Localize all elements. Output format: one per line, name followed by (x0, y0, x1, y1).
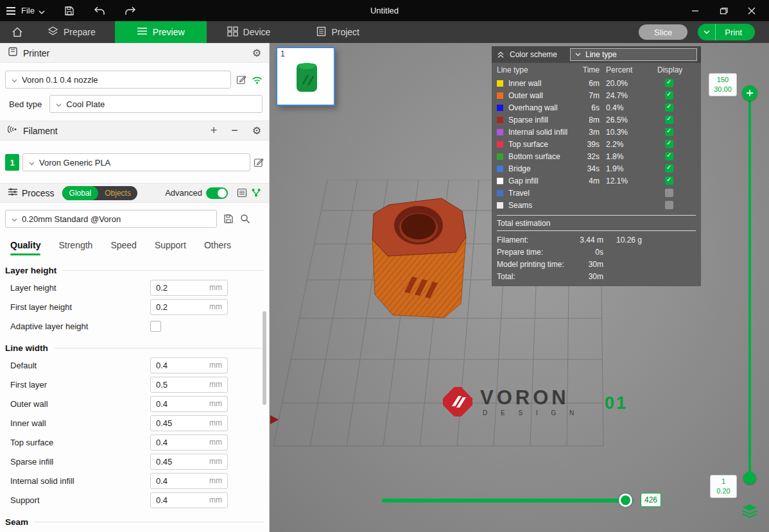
display-checkbox[interactable] (665, 116, 673, 124)
line-type-time: 6s (580, 103, 600, 112)
support-line-width-input[interactable] (151, 495, 201, 505)
display-checkbox[interactable] (665, 91, 673, 99)
filament-preset-select[interactable]: Voron Generic PLA (22, 153, 250, 171)
tab-preview-label: Preview (153, 27, 185, 37)
search-settings-icon[interactable] (240, 214, 250, 224)
printer-settings-gear-icon[interactable]: ⚙ (252, 48, 261, 58)
line-type-swatch (497, 117, 503, 123)
filament-slot-badge[interactable]: 1 (5, 154, 19, 171)
advanced-toggle-switch[interactable] (206, 187, 228, 199)
remove-filament-icon[interactable]: − (231, 124, 238, 137)
display-checkbox[interactable] (665, 176, 673, 185)
param-label: Default (10, 361, 37, 370)
tab-others[interactable]: Others (204, 240, 231, 255)
undo-icon[interactable] (94, 6, 105, 15)
line-type-percent: 2.2% (600, 140, 644, 149)
process-preset-select[interactable]: 0.20mm Standard @Voron (5, 210, 217, 228)
display-checkbox[interactable] (665, 189, 673, 197)
tab-project[interactable]: Project (310, 21, 366, 43)
top-surface-line-width-field[interactable]: mm (150, 434, 228, 450)
outer-wall-line-width-input[interactable] (151, 399, 201, 409)
color-scheme-select[interactable]: Line type (570, 48, 697, 61)
inner-wall-line-width-field[interactable]: mm (150, 415, 228, 431)
printer-preset-select[interactable]: Voron 0.1 0.4 nozzle (5, 71, 231, 89)
first-layer-height-input[interactable] (151, 302, 201, 312)
first-layer-height-field[interactable]: mm (150, 299, 228, 315)
redo-icon[interactable] (125, 6, 136, 15)
internal-solid-infill-line-width-input[interactable] (151, 476, 201, 486)
print-dropdown-chevron-icon[interactable] (698, 24, 716, 40)
support-line-width-field[interactable]: mm (150, 492, 228, 508)
tab-device[interactable]: Device (221, 21, 277, 43)
tab-support[interactable]: Support (155, 240, 186, 255)
tab-preview[interactable]: Preview (115, 21, 207, 43)
global-toggle-option[interactable]: Global (62, 186, 99, 200)
chevron-down-icon (12, 214, 17, 224)
objects-toggle-option[interactable]: Objects (98, 189, 137, 198)
display-checkbox[interactable] (665, 79, 673, 87)
minimize-button[interactable] (686, 3, 705, 19)
inner-wall-line-width-input[interactable] (151, 418, 201, 428)
maximize-button[interactable] (714, 3, 733, 19)
layer-slider-bottom-handle[interactable] (743, 472, 756, 485)
display-checkbox[interactable] (665, 152, 673, 160)
internal-solid-infill-line-width-field[interactable]: mm (150, 473, 228, 489)
slice-button[interactable]: Slice (639, 24, 687, 40)
save-icon[interactable] (64, 6, 74, 16)
plate-thumbnail[interactable]: 1 (276, 47, 335, 106)
file-menu[interactable]: File (21, 6, 35, 15)
bed-type-select[interactable]: Cool Plate (49, 95, 263, 113)
wifi-connection-icon[interactable] (252, 76, 263, 84)
preview-viewport[interactable]: VORON D E S I G N 01 1 (270, 43, 769, 532)
parameter-list-icon[interactable] (237, 188, 247, 198)
line-type-swatch (497, 105, 503, 111)
tab-home[interactable] (5, 21, 30, 43)
layer-height-input[interactable] (151, 283, 201, 293)
close-button[interactable] (742, 3, 761, 19)
step-slider-track[interactable] (382, 499, 634, 502)
top-surface-line-width-input[interactable] (151, 438, 201, 447)
tab-strength[interactable]: Strength (58, 240, 92, 255)
param-label: Internal solid infill (10, 476, 74, 486)
print-button[interactable]: Print (716, 28, 755, 37)
layers-view-icon[interactable] (742, 504, 757, 520)
edit-printer-icon[interactable] (236, 74, 246, 85)
param-row-top-surface: Top surface mm (0, 433, 269, 452)
tab-quality[interactable]: Quality (10, 240, 40, 255)
bottom-layer-number: 1 (713, 477, 734, 486)
line-type-label: Gap infill (508, 176, 580, 185)
filament-settings-gear-icon[interactable]: ⚙ (252, 126, 261, 136)
layer-slider-top-handle[interactable] (742, 85, 757, 101)
tab-prepare[interactable]: Prepare (41, 21, 102, 43)
edit-filament-icon[interactable] (254, 157, 264, 167)
line-type-label: Seams (508, 201, 580, 210)
tab-speed[interactable]: Speed (110, 240, 136, 255)
default-line-width-field[interactable]: mm (150, 357, 228, 373)
file-menu-chevron-icon[interactable] (39, 5, 45, 17)
sparse-infill-line-width-field[interactable]: mm (150, 454, 228, 470)
main-menu-icon[interactable] (6, 7, 15, 15)
parameter-tree-icon[interactable] (251, 188, 261, 198)
sparse-infill-line-width-input[interactable] (151, 457, 201, 467)
line-type-label: Sparse infill (508, 116, 580, 124)
display-checkbox[interactable] (665, 103, 673, 112)
sliced-model[interactable] (365, 194, 474, 332)
save-preset-icon[interactable] (223, 214, 234, 224)
layer-slider-track[interactable] (748, 99, 751, 474)
layer-height-field[interactable]: mm (150, 280, 228, 296)
adaptive-layer-height-checkbox[interactable] (150, 321, 161, 332)
tab-project-label: Project (331, 27, 359, 37)
add-filament-icon[interactable]: + (211, 124, 218, 137)
sidebar-scrollbar[interactable] (263, 311, 266, 405)
step-slider-handle[interactable] (619, 493, 632, 507)
param-row-first-layer: First layer mm (0, 375, 269, 394)
display-checkbox[interactable] (665, 128, 673, 136)
first-layer-line-width-field[interactable]: mm (150, 377, 228, 393)
first-layer-line-width-input[interactable] (151, 380, 201, 390)
display-checkbox[interactable] (665, 164, 673, 173)
display-checkbox[interactable] (665, 140, 673, 148)
default-line-width-input[interactable] (151, 361, 201, 370)
display-checkbox[interactable] (665, 201, 673, 209)
outer-wall-line-width-field[interactable]: mm (150, 396, 228, 412)
collapse-panel-icon[interactable] (497, 51, 505, 58)
